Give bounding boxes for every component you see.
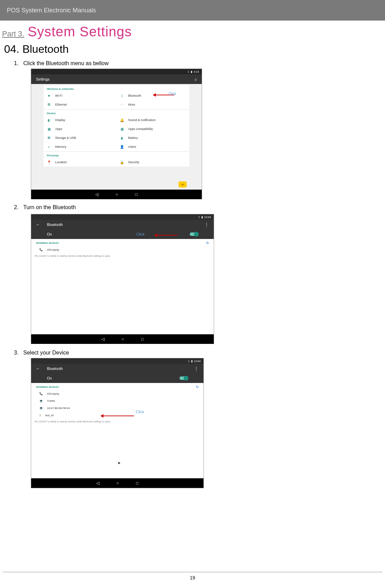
bluetooth-visibility-note: RS-J3160T is visible to nearby devices w… [31, 253, 214, 259]
bluetooth-state-row: On [31, 373, 203, 383]
settings-item-display[interactable]: ◐Display [44, 116, 116, 124]
bluetooth-status-icon: ᛒ [188, 70, 189, 73]
bluetooth-visibility-note: RS-J3160T is visible to nearby devices w… [31, 419, 203, 424]
keyboard-toggle-button[interactable]: ⇄ [178, 181, 187, 188]
nav-home-icon[interactable]: ○ [122, 337, 124, 341]
refresh-icon[interactable]: ↻ [196, 385, 199, 389]
section-heading: 04. Bluetooth [0, 39, 385, 60]
bluetooth-device-list: Available devices↻ 📞Z812qerty RS-J3160T … [31, 239, 214, 345]
phone-icon: 📞 [39, 248, 43, 251]
callout-arrow: Click [103, 411, 134, 418]
ethernet-icon: 〓 [47, 103, 51, 107]
battery-icon: ▮ [201, 216, 203, 219]
step-text: Click the Bluetooth menu as bellow [23, 60, 109, 67]
settings-item-more[interactable]: ⋯More [116, 100, 189, 109]
bluetooth-device-list: Available devices↻ 📞Z812qerty 💻THINK 💻18… [31, 383, 203, 479]
bell-icon: 🔔 [120, 118, 124, 122]
bluetooth-state-label: On [47, 232, 52, 236]
battery-icon: ▮ [191, 360, 192, 363]
settings-item-sound[interactable]: 🔔Sound & notification [116, 116, 189, 124]
status-time: 4:23 [194, 70, 199, 73]
overflow-icon[interactable]: ⋮ [194, 367, 199, 370]
device-row[interactable]: 📞Z812qerty [31, 246, 214, 253]
step-text: Turn on the Bluetooth [23, 204, 76, 211]
storage-icon: 〓 [47, 136, 51, 140]
lock-icon: 🔒 [120, 160, 124, 164]
wireless-card: Wireless & networks ▼Wi-Fi ᛒBluetooth Cl… [44, 85, 189, 109]
settings-item-users[interactable]: 👤Users [116, 142, 189, 151]
nav-back-icon[interactable]: ◁ [101, 337, 104, 341]
nav-back-icon[interactable]: ◁ [95, 192, 98, 197]
available-devices-label: Available devices [36, 241, 59, 244]
android-navbar: ◁ ○ □ [31, 190, 202, 199]
callout-arrow: Click [156, 93, 174, 96]
bluetooth-toggle[interactable] [190, 232, 198, 236]
cursor-icon: ➤ [117, 461, 121, 465]
settings-item-apps[interactable]: ▦Apps [44, 124, 116, 133]
device-row[interactable]: 📞Z812qerty [31, 390, 203, 397]
settings-item-memory[interactable]: ▪Memory [44, 142, 116, 151]
settings-item-compat[interactable]: ▦Apps compatibility [116, 124, 189, 133]
android-appbar: ←Bluetooth ⋮ [31, 364, 203, 373]
device-card: Device ◐Display 🔔Sound & notification ▦A… [44, 110, 189, 151]
android-statusbar: ᛒ ▮ 4:23 [31, 69, 202, 74]
android-navbar: ◁ ○ □ [31, 478, 203, 488]
display-icon: ◐ [47, 118, 51, 122]
step-3: 3. Select your Device [10, 350, 375, 356]
nav-recents-icon[interactable]: □ [141, 337, 144, 341]
settings-item-wifi[interactable]: ▼Wi-Fi [44, 91, 116, 100]
click-label: Click [136, 232, 145, 236]
title-row: Part 3. System Settings [0, 21, 385, 39]
wifi-icon: ▼ [47, 94, 51, 98]
available-devices-label: Available devices [36, 385, 59, 388]
screenshot-settings-list: ᛒ ▮ 4:23 Settings ⌕ Wireless & networks … [31, 69, 202, 199]
nav-back-icon[interactable]: ◁ [96, 481, 99, 485]
appbar-title: Bluetooth [47, 367, 63, 371]
status-time: 12:04 [194, 360, 201, 363]
doc-header: POS System Electronic Manuals [0, 0, 385, 21]
part-label: Part 3. [2, 29, 24, 38]
bluetooth-status-icon: ᛒ [188, 360, 190, 363]
step-num: 1. [10, 60, 23, 67]
settings-item-bluetooth[interactable]: ᛒBluetooth Click [116, 91, 189, 100]
location-icon: 📍 [47, 160, 51, 164]
device-row[interactable]: 💻18:67:B0:88:FB:94 [31, 405, 203, 412]
status-time: 12:04 [204, 216, 211, 219]
settings-item-storage[interactable]: 〓Storage & USB [44, 133, 116, 142]
content-body: 1. Click the Bluetooth menu as bellow ᛒ … [0, 60, 385, 488]
settings-item-battery[interactable]: ▮Battery [116, 133, 189, 142]
back-icon[interactable]: ← [36, 222, 40, 227]
refresh-icon[interactable]: ↻ [206, 241, 209, 245]
footer-divider [3, 572, 382, 572]
nav-home-icon[interactable]: ○ [116, 481, 119, 485]
overflow-icon[interactable]: ⋮ [204, 223, 209, 226]
step-num: 3. [10, 350, 23, 356]
settings-item-ethernet[interactable]: 〓Ethernet [44, 100, 116, 109]
search-icon[interactable]: ⌕ [195, 77, 197, 82]
android-statusbar: ᛒ ▮ 12:04 [31, 214, 214, 220]
nav-recents-icon[interactable]: □ [136, 481, 138, 485]
phone-icon: 📞 [39, 392, 43, 395]
settings-item-security[interactable]: 🔒Security [116, 158, 189, 167]
android-navbar: ◁ ○ □ [31, 334, 214, 344]
click-label: Click [169, 92, 176, 96]
step-text: Select your Device [23, 350, 69, 356]
step-1: 1. Click the Bluetooth menu as bellow [10, 60, 375, 67]
bluetooth-icon: ᛒ [120, 94, 124, 98]
memory-icon: ▪ [47, 145, 51, 149]
click-label: Click [136, 410, 144, 414]
device-row[interactable]: 💻THINK [31, 397, 203, 405]
nav-recents-icon[interactable]: □ [135, 192, 138, 197]
bluetooth-status-icon: ᛒ [198, 216, 200, 219]
category-personal: Personal [44, 152, 189, 158]
appbar-title: Settings [36, 77, 50, 81]
laptop-icon: 💻 [39, 399, 43, 403]
category-wireless: Wireless & networks [44, 85, 189, 91]
bluetooth-icon: ᛒ [39, 414, 41, 417]
android-appbar: ←Bluetooth ⋮ [31, 220, 214, 229]
nav-home-icon[interactable]: ○ [115, 192, 118, 197]
back-icon[interactable]: ← [36, 366, 40, 371]
settings-item-location[interactable]: 📍Location [44, 158, 116, 167]
bluetooth-toggle[interactable] [179, 376, 188, 380]
compat-icon: ▦ [120, 127, 124, 131]
